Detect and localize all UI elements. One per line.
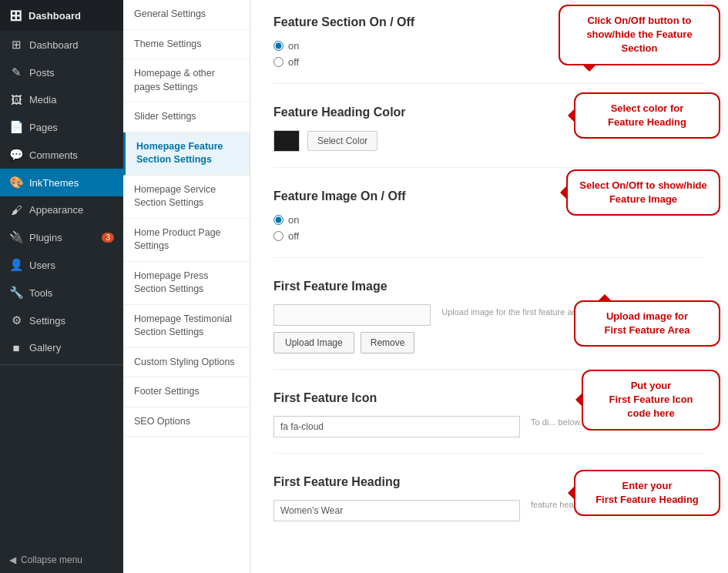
radio-input-feature-image-onoff-on[interactable] [273, 215, 283, 225]
sidebar-label-dashboard: Dashboard [29, 39, 79, 51]
pages-icon: 📄 [9, 120, 23, 134]
secondary-nav: General SettingsTheme SettingsHomepage &… [123, 0, 250, 573]
sec-nav-theme[interactable]: Theme Settings [123, 30, 250, 60]
select-color-btn-feature-heading-color[interactable]: Select Color [307, 131, 377, 151]
sidebar-label-settings: Settings [29, 315, 65, 327]
section-title-first-feature-image: First Feature Image [273, 280, 705, 293]
inkthemes-icon: 🎨 [9, 176, 23, 189]
sidebar-item-comments[interactable]: 💬 Comments [0, 141, 123, 169]
image-row-first-feature-image: Upload image for the first feature area.… [273, 304, 705, 354]
sec-nav-general[interactable]: General Settings [123, 0, 250, 30]
badge-plugins: 3 [102, 233, 114, 243]
icon-input-first-feature-icon[interactable] [273, 416, 520, 437]
sec-nav-homepage-feature[interactable]: Homepage Feature Section Settings [123, 132, 250, 176]
sidebar-items: ⊞ Dashboard ✎ Posts 🖼 Media 📄 Pages 💬 Co… [0, 31, 123, 361]
sidebar-label-inkthemes: InkThemes [29, 177, 79, 189]
sidebar-item-media[interactable]: 🖼 Media [0, 86, 123, 113]
sidebar-item-dashboard[interactable]: ⊞ Dashboard [0, 31, 123, 59]
radio-group-feature-onoff: on off [273, 40, 705, 68]
sidebar-logo: ⊞ Dashboard [0, 0, 123, 31]
collapse-icon: ◀ [9, 555, 16, 565]
gallery-icon: ■ [9, 341, 23, 354]
comments-icon: 💬 [9, 148, 23, 162]
btn-row-first-feature-image: Upload Image Remove [273, 332, 705, 354]
radio-feature-onoff-off[interactable]: off [273, 56, 705, 68]
heading-row-first-feature-heading: feature heading [273, 500, 705, 521]
section-title-first-feature-icon: First Feature Icon [273, 391, 705, 405]
sidebar-item-gallery[interactable]: ■ Gallery [0, 334, 123, 361]
section-title-feature-onoff: Feature Section On / Off [273, 15, 705, 29]
main-content: Feature Section On / Off on offFeature H… [250, 0, 728, 573]
sidebar-item-inkthemes[interactable]: 🎨 InkThemes [0, 169, 123, 196]
sidebar-label-pages: Pages [29, 122, 58, 133]
plugins-icon: 🔌 [9, 230, 23, 244]
color-swatch-feature-heading-color[interactable] [273, 130, 300, 152]
image-input-first-feature-image[interactable] [273, 304, 431, 326]
sections-container: Feature Section On / Off on offFeature H… [273, 15, 705, 537]
sidebar-item-plugins[interactable]: 🔌 Plugins 3 [0, 223, 123, 251]
section-title-feature-heading-color: Feature Heading Color [273, 106, 705, 119]
sidebar-label-posts: Posts [29, 67, 55, 79]
icon-input-wrap-first-feature-icon [273, 416, 520, 437]
image-input-wrap-first-feature-image [273, 304, 431, 326]
color-row-feature-heading-color: Select Color [273, 130, 705, 152]
sidebar: ⊞ Dashboard ⊞ Dashboard ✎ Posts 🖼 Media … [0, 0, 123, 573]
radio-label-feature-onoff-on: on [288, 40, 299, 52]
sec-nav-home-product[interactable]: Home Product Page Settings [123, 219, 250, 262]
media-icon: 🖼 [9, 93, 23, 106]
sec-nav-homepage-press[interactable]: Homepage Press Section Settings [123, 262, 250, 305]
radio-feature-image-onoff-off[interactable]: off [273, 230, 705, 242]
collapse-label: Collapse menu [21, 555, 82, 565]
posts-icon: ✎ [9, 65, 23, 79]
radio-feature-image-onoff-on[interactable]: on [273, 214, 705, 226]
section-first-feature-icon: First Feature Icon To di... below... Wri… [273, 391, 705, 454]
heading-hint-first-feature-heading: feature heading [531, 500, 705, 509]
section-first-feature-image: First Feature Image Upload image for the… [273, 280, 705, 370]
sidebar-item-tools[interactable]: 🔧 Tools [0, 279, 123, 307]
icon-row-first-feature-icon: To di... below... Write... book* [273, 416, 705, 437]
sec-nav-slider[interactable]: Slider Settings [123, 102, 250, 132]
section-feature-onoff: Feature Section On / Off on off [273, 15, 705, 84]
sec-nav-homepage-service[interactable]: Homepage Service Section Settings [123, 176, 250, 219]
radio-label-feature-onoff-off: off [288, 56, 299, 68]
radio-input-feature-onoff-on[interactable] [273, 41, 283, 51]
sec-nav-footer[interactable]: Footer Settings [123, 377, 250, 407]
sec-nav-seo[interactable]: SEO Options [123, 407, 250, 437]
section-feature-heading-color: Feature Heading Color Select Color [273, 106, 705, 168]
sidebar-item-settings[interactable]: ⚙ Settings [0, 307, 123, 334]
content-inner: Feature Section On / Off on offFeature H… [250, 0, 728, 573]
heading-input-first-feature-heading[interactable] [273, 500, 520, 521]
image-hint-first-feature-image: Upload image for the first feature area.… [441, 307, 705, 317]
sec-nav-custom-styling[interactable]: Custom Styling Options [123, 348, 250, 378]
collapse-menu-item[interactable]: ◀ Collapse menu [0, 547, 123, 573]
sidebar-logo-label: Dashboard [29, 10, 81, 22]
users-icon: 👤 [9, 258, 23, 272]
sidebar-label-appearance: Appearance [29, 204, 83, 216]
section-first-feature-heading: First Feature Heading feature heading [273, 475, 705, 537]
sidebar-label-gallery: Gallery [29, 342, 61, 354]
section-feature-image-onoff: Feature Image On / Off on off [273, 189, 705, 258]
sidebar-item-appearance[interactable]: 🖌 Appearance [0, 196, 123, 223]
settings-icon: ⚙ [9, 313, 23, 327]
section-title-feature-image-onoff: Feature Image On / Off [273, 189, 705, 203]
sec-nav-homepage-other[interactable]: Homepage & other pages Settings [123, 59, 250, 102]
sec-nav-items: General SettingsTheme SettingsHomepage &… [123, 0, 250, 437]
tools-icon: 🔧 [9, 286, 23, 300]
sec-nav-homepage-testimonial[interactable]: Homepage Testimonial Section Settings [123, 305, 250, 348]
radio-input-feature-image-onoff-off[interactable] [273, 231, 283, 241]
sidebar-label-media: Media [29, 94, 56, 106]
sidebar-item-pages[interactable]: 📄 Pages [0, 113, 123, 141]
sidebar-item-users[interactable]: 👤 Users [0, 251, 123, 279]
icon-hint-first-feature-icon: To di... below... Write... book* [531, 416, 705, 429]
sidebar-separator [0, 364, 123, 365]
image-upload-row-first-feature-image: Upload image for the first feature area.… [273, 304, 705, 326]
radio-input-feature-onoff-off[interactable] [273, 57, 283, 67]
sidebar-item-posts[interactable]: ✎ Posts [0, 59, 123, 86]
radio-feature-onoff-on[interactable]: on [273, 40, 705, 52]
appearance-icon: 🖌 [9, 203, 23, 216]
remove-btn-first-feature-image[interactable]: Remove [361, 332, 415, 354]
heading-input-wrap-first-feature-heading [273, 500, 520, 521]
upload-btn-first-feature-image[interactable]: Upload Image [273, 332, 354, 354]
wp-logo-icon: ⊞ [9, 6, 22, 25]
sidebar-label-tools: Tools [29, 287, 52, 299]
